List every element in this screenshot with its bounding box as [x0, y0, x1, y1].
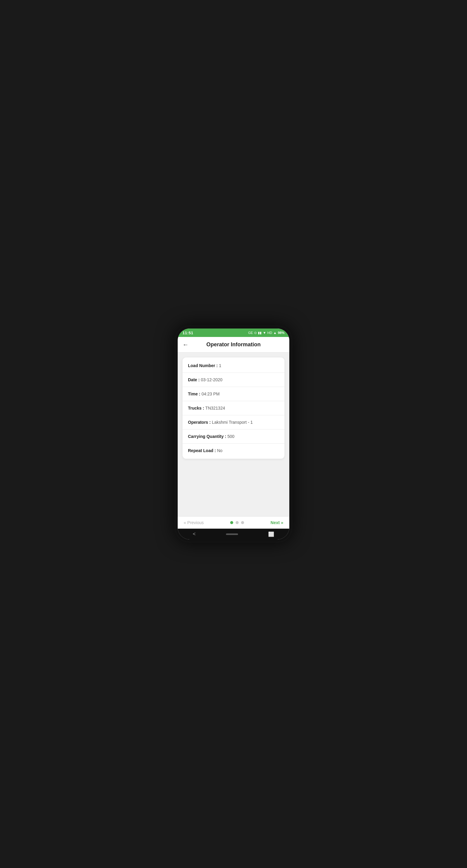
- dot-3[interactable]: [241, 521, 244, 524]
- repeat-load-row: Repeat Load : No: [182, 444, 285, 458]
- page-title: Operator Information: [192, 341, 275, 348]
- date-row: Date : 03-12-2020: [182, 373, 285, 387]
- phone-frame: 11:51 GE ⊙ ▮▮ ▼ HD ▲ 98% ← Operator Info…: [175, 326, 292, 542]
- load-number-value: 1: [219, 363, 222, 368]
- battery-indicator: 98%: [278, 331, 285, 335]
- operators-row: Operators : Lakshmi Transport - 1: [182, 415, 285, 430]
- trucks-value: TN321324: [205, 406, 225, 410]
- repeat-load-value: No: [217, 448, 222, 453]
- ge-icon: GE: [248, 331, 253, 335]
- carrying-quantity-row: Carrying Quantity : 500: [182, 430, 285, 444]
- repeat-load-label: Repeat Load :: [188, 448, 217, 453]
- hd-icon: HD: [267, 331, 272, 335]
- back-button[interactable]: ←: [182, 341, 188, 348]
- android-recents-button[interactable]: ⬜: [268, 531, 274, 537]
- load-number-row: Load Number : 1: [182, 359, 285, 373]
- date-value: 03-12-2020: [201, 377, 223, 382]
- status-icons: GE ⊙ ▮▮ ▼ HD ▲ 98%: [248, 331, 285, 335]
- trucks-label: Trucks :: [188, 406, 205, 410]
- vibrate-icon: ▮▮: [258, 331, 262, 335]
- signal-icon: ▲: [273, 331, 276, 335]
- content-area: Load Number : 1 Date : 03-12-2020 Time :…: [178, 352, 289, 516]
- carrying-quantity-value: 500: [228, 434, 234, 439]
- previous-label: Previous: [187, 520, 204, 525]
- bottom-nav: « Previous Next »: [178, 516, 289, 529]
- trucks-row: Trucks : TN321324: [182, 401, 285, 415]
- pagination-dots: [230, 521, 244, 524]
- home-indicator[interactable]: [226, 533, 238, 535]
- previous-chevron-icon: «: [184, 520, 186, 525]
- operators-value: Lakshmi Transport - 1: [212, 420, 253, 425]
- next-button[interactable]: Next »: [271, 520, 283, 525]
- next-label: Next: [271, 520, 280, 525]
- location-icon: ⊙: [254, 331, 257, 335]
- time-row: Time : 04:23 PM: [182, 387, 285, 401]
- android-back-button[interactable]: <: [193, 531, 196, 537]
- android-nav-bar: < ⬜: [178, 529, 289, 539]
- previous-button[interactable]: « Previous: [184, 520, 204, 525]
- status-time: 11:51: [182, 331, 194, 335]
- load-number-label: Load Number :: [188, 363, 219, 368]
- phone-screen: 11:51 GE ⊙ ▮▮ ▼ HD ▲ 98% ← Operator Info…: [178, 329, 289, 539]
- time-value: 04:23 PM: [202, 392, 220, 396]
- carrying-quantity-label: Carrying Quantity :: [188, 434, 228, 439]
- time-label: Time :: [188, 392, 202, 396]
- wifi-icon: ▼: [263, 331, 266, 335]
- date-label: Date :: [188, 377, 201, 382]
- dot-2[interactable]: [236, 521, 239, 524]
- next-chevron-icon: »: [281, 520, 283, 525]
- info-card: Load Number : 1 Date : 03-12-2020 Time :…: [182, 358, 285, 459]
- status-bar: 11:51 GE ⊙ ▮▮ ▼ HD ▲ 98%: [178, 329, 289, 337]
- operators-label: Operators :: [188, 420, 212, 425]
- app-header: ← Operator Information: [178, 337, 289, 352]
- dot-1[interactable]: [230, 521, 233, 524]
